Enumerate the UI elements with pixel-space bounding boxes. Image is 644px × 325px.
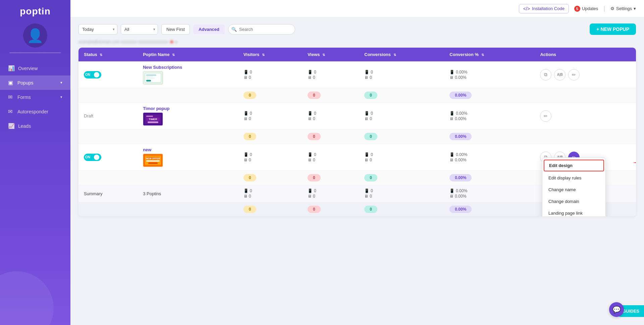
installation-code-label: Installation Code [532,6,565,11]
sidebar-item-label: Leads [18,123,62,129]
views-cell: 📱0 🖥0 [302,144,359,171]
desktop-icon: 🖥 [364,75,368,80]
toggle-circle [94,72,99,77]
status-cell: ON [78,61,138,88]
dropdown-item-change-domain[interactable]: Change domain [542,196,605,207]
edit-button[interactable]: ✏ [540,110,551,122]
th-status: Status ⇅ [78,48,138,61]
sort-icon: ⇅ [262,53,265,57]
th-views: Views ⇅ [302,48,359,61]
svg-rect-17 [148,162,158,164]
totals-conversions: 0 [359,88,444,103]
popup-name-link[interactable]: New Subscriptions [143,65,182,70]
th-conversion-pct: Conversion % ⇅ [444,48,535,61]
toggle-circle [94,155,99,160]
search-icon: 🔍 [231,27,237,32]
chevron-down-icon: ▾ [60,95,62,99]
mobile-icon: 📱 [244,111,249,116]
totals-visitors: 0 [238,88,302,103]
arrow-indicator [633,158,636,167]
mobile-icon: 📱 [364,111,369,116]
settings-button[interactable]: ⚙ Settings ▾ [610,6,636,11]
th-visitors: Visitors ⇅ [238,48,302,61]
sidebar-username: ────────────────── [7,50,63,55]
desktop-icon: 🖥 [244,75,248,80]
sidebar-item-leads[interactable]: 📈 Leads [0,119,70,133]
new-popup-button[interactable]: + NEW POPUP [590,23,636,35]
popup-table: Status ⇅ Poptin Name ⇅ Visitors ⇅ View [78,48,636,216]
totals-visitors: 0 [238,129,302,144]
mobile-icon: 📱 [364,70,369,74]
email-text: example@domain.com xxxxxxxx xxxxxxxxxxxx… [78,40,168,44]
totals-name [138,88,238,103]
table-row-totals: 0 0 0 0.00% [78,88,636,103]
dropdown-item-landing-page[interactable]: Landing page link [542,207,605,216]
popup-name-link[interactable]: Timor popup [143,106,169,111]
conv-pct-cell: 📱0.00% 🖥0.00% [444,61,535,88]
mobile-icon: 📱 [449,152,454,157]
mobile-icon: 📱 [308,152,313,157]
conv-pct-cell: 📱0.00% 🖥0.00% [444,144,535,171]
sidebar-item-autoresponder[interactable]: ✉ Autoresponder [0,104,70,119]
avatar-icon: 👤 [27,28,44,44]
thumb-preview: NEW OFFER [143,154,163,167]
dropdown-item-edit-design[interactable]: Edit design [544,160,604,171]
totals-conv-pct: 0.00% [444,129,535,144]
copy-button[interactable]: ⧉ [540,69,551,80]
dropdown-item-edit-display-rules[interactable]: Edit display rules [542,172,605,184]
search-input[interactable] [228,24,295,35]
mobile-icon: 📱 [244,152,249,157]
popup-thumbnail: TIMER [143,112,163,126]
th-name: Poptin Name ⇅ [138,48,238,61]
toggle-label: ON [85,73,90,76]
desktop-icon: 🖥 [449,158,453,162]
svg-marker-18 [633,159,636,167]
new-first-button[interactable]: New First [161,24,190,35]
mobile-icon: 📱 [364,152,369,157]
chat-button[interactable]: 💬 [609,302,624,317]
gear-icon: ⚙ [610,6,614,11]
updates-button[interactable]: 5 Updates [574,6,598,12]
overview-icon: 📊 [8,65,15,71]
advanced-button[interactable]: Advanced [193,24,225,34]
avatar: 👤 [23,23,47,48]
total-visitors-badge: 0 [244,174,257,181]
table-row: ON New Subscriptions [78,61,636,88]
dropdown-item-change-name[interactable]: Change name [542,184,605,196]
desktop-icon: 🖥 [308,116,312,121]
popup-name-link[interactable]: new [143,147,151,152]
sidebar-item-forms[interactable]: ✉ Forms ▾ [0,90,70,104]
summary-conversions: 📱0 🖥0 [359,185,444,202]
type-filter-select[interactable]: All Popup Floating Bar Sidebar [121,24,158,35]
popup-table-container: Status ⇅ Poptin Name ⇅ Visitors ⇅ View [78,48,636,216]
conversions-cell: 📱0 🖥0 [359,61,444,88]
sidebar-item-overview[interactable]: 📊 Overview [0,61,70,75]
summary-conv-pct: 📱0.00% 🖥0.00% [444,185,535,202]
totals-views: 0 [302,171,359,185]
mobile-icon: 📱 [449,188,454,193]
popup-name-cell: New Subscriptions [138,61,238,88]
popup-name-cell: Timor popup TIMER [138,103,238,129]
draft-status: Draft [84,113,93,118]
mobile-icon: 📱 [308,70,313,74]
total-conversions-badge: 0 [364,92,377,99]
total-views-badge: 0 [308,174,321,181]
status-toggle[interactable]: ON [84,154,101,161]
mobile-icon: 📱 [308,111,313,116]
svg-rect-2 [146,74,156,76]
email-status-dot [170,41,173,43]
totals-name [138,129,238,144]
totals-views: 0 [302,129,359,144]
installation-code-button[interactable]: </> Installation Code [519,4,569,13]
ab-test-button[interactable]: A|B [554,69,566,80]
sidebar-item-popups[interactable]: ▣ Popups ▾ [0,75,70,90]
mobile-icon: 📱 [244,70,249,74]
conv-pct-cell: 📱0.00% 🖥0.00% [444,103,535,129]
status-toggle[interactable]: ON [84,71,101,78]
popup-name-cell: new NEW OFFER [138,144,238,171]
date-filter-select[interactable]: Today Yesterday Last 7 Days Last 30 Days [78,24,117,35]
updates-badge: 5 [574,6,580,12]
thumb-preview [143,71,163,84]
edit-button[interactable]: ✏ [568,69,580,80]
brand-name-text: poptin [20,6,51,16]
